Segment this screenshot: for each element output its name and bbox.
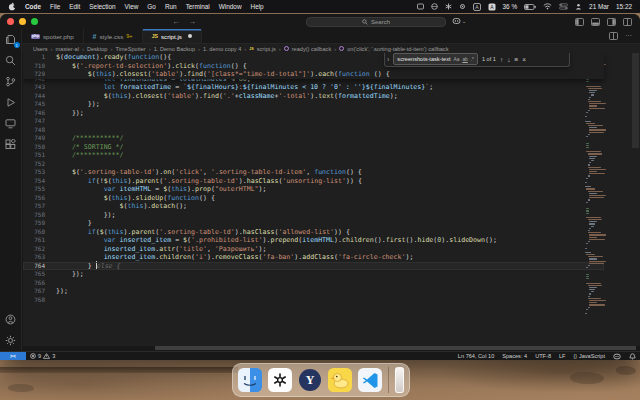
battery-icon[interactable] xyxy=(524,4,536,10)
line-number[interactable]: 729 xyxy=(23,70,56,79)
line-number[interactable]: 766 xyxy=(23,279,56,288)
code-line-751[interactable]: 751 /***********/ xyxy=(23,151,604,160)
keyboard-input-menu-extra-icon[interactable]: A xyxy=(473,3,481,11)
code-line-765[interactable]: 765 }); xyxy=(23,270,604,279)
code-line-746[interactable]: 746 }); xyxy=(23,109,604,118)
line-number[interactable]: 763 xyxy=(23,253,56,262)
settings-gear-icon[interactable] xyxy=(0,330,22,351)
code-line-767[interactable]: 767}); xyxy=(23,287,604,296)
tab-spotter-php[interactable]: phpspotter.php xyxy=(22,29,84,43)
breadcrumb-item[interactable]: on('click', '.sorting-table-td-item') ca… xyxy=(347,46,448,52)
menu-time[interactable]: 15:22 xyxy=(616,3,632,10)
wifi-icon[interactable] xyxy=(543,3,552,10)
menu-item-go[interactable]: Go xyxy=(147,3,156,10)
breadcrumb-item[interactable]: Desktop xyxy=(87,46,108,52)
code-line-756[interactable]: 756 $(this).slideUp(function() { xyxy=(23,194,604,203)
line-number[interactable]: 757 xyxy=(23,202,56,211)
line-number[interactable]: 746 xyxy=(23,109,56,118)
explorer-view-icon[interactable]: 1 xyxy=(0,29,22,50)
horizontal-scrollbar[interactable] xyxy=(155,346,636,350)
chatgpt-dock-icon[interactable] xyxy=(268,368,292,392)
remote-explorer-view-icon[interactable] xyxy=(0,113,22,134)
command-center-search[interactable]: Search xyxy=(306,17,446,27)
line-number[interactable]: 762 xyxy=(23,245,56,254)
customize-layout-icon[interactable] xyxy=(623,18,632,26)
code-line-760[interactable]: 760 if($(this).parent('.sorting-table-td… xyxy=(23,228,604,237)
cursor-position-status[interactable]: Ln 764, Col 10 xyxy=(454,353,498,359)
code-editor[interactable]: 742 let finalMinutes = totalMinutes % 60… xyxy=(23,53,640,346)
whole-word-icon[interactable]: ab xyxy=(462,57,467,62)
line-number[interactable]: 749 xyxy=(23,134,56,143)
menu-item-help[interactable]: Help xyxy=(251,3,264,10)
menu-item-terminal[interactable]: Terminal xyxy=(186,3,210,10)
line-number[interactable]: 1 xyxy=(23,53,56,62)
vscode-dock-icon[interactable] xyxy=(358,368,382,392)
regex-icon[interactable]: .* xyxy=(471,57,474,62)
settings-flower-menu-extra-icon[interactable] xyxy=(445,3,452,10)
menu-app-name[interactable]: Code xyxy=(25,3,41,10)
cyberduck-dock-icon[interactable] xyxy=(328,368,352,392)
tab-script-js[interactable]: JSscript.js xyxy=(143,29,202,43)
code-line-766[interactable]: 766 xyxy=(23,279,604,288)
code-line-749[interactable]: 749 /***********/ xyxy=(23,134,604,143)
toggle-primary-sidebar-icon[interactable] xyxy=(575,18,584,26)
gear-menu-extra-icon[interactable] xyxy=(459,3,466,10)
toggle-secondary-sidebar-icon[interactable] xyxy=(607,18,616,26)
vertical-scrollbar[interactable] xyxy=(632,53,639,148)
code-line-748[interactable]: 748 xyxy=(23,126,604,135)
problems-indicator[interactable]: 9 3 xyxy=(26,353,59,359)
code-line-763[interactable]: 763 inserted_item.children('i').removeCl… xyxy=(23,253,604,262)
menu-item-window[interactable]: Window xyxy=(219,3,242,10)
source-control-view-icon[interactable] xyxy=(0,71,22,92)
code-line-761[interactable]: 761 var inserted_item = $('.prohibited-l… xyxy=(23,236,604,245)
minimap[interactable] xyxy=(585,55,608,346)
y-browser-dock-icon[interactable]: Y xyxy=(298,368,322,392)
menu-item-file[interactable]: File xyxy=(50,3,60,10)
finder-dock-icon[interactable] xyxy=(238,368,262,392)
line-number[interactable]: 745 xyxy=(23,100,56,109)
copilot-menu-button[interactable]: ⌄ xyxy=(452,17,466,25)
trash-dock-icon[interactable] xyxy=(395,367,404,393)
line-number[interactable]: 748 xyxy=(23,126,56,135)
code-line-755[interactable]: 755 var itemHTML = $(this).prop("outerHT… xyxy=(23,185,604,194)
code-line-768[interactable]: 768 xyxy=(23,296,604,305)
encoding-status[interactable]: UTF-8 xyxy=(531,353,555,359)
menu-item-view[interactable]: View xyxy=(125,3,139,10)
code-line-750[interactable]: 750 /* SORTING */ xyxy=(23,143,604,152)
code-lines[interactable]: 742 let finalMinutes = totalMinutes % 60… xyxy=(23,75,604,305)
search-view-icon[interactable] xyxy=(0,50,22,71)
line-number[interactable]: 765 xyxy=(23,270,56,279)
split-editor-icon[interactable] xyxy=(609,32,618,40)
menu-item-edit[interactable]: Edit xyxy=(69,3,80,10)
breadcrumb-item[interactable]: ready() callback xyxy=(292,46,331,52)
code-line-743[interactable]: 743 let formattedTime = `${finalHours}:$… xyxy=(23,83,604,92)
control-center-icon[interactable] xyxy=(559,3,568,10)
code-line-744[interactable]: 744 $(this).closest('table').find('.'+cl… xyxy=(23,92,604,101)
code-line-747[interactable]: 747 xyxy=(23,117,604,126)
indentation-status[interactable]: Spaces: 4 xyxy=(498,353,531,359)
code-line-759[interactable]: 759 } xyxy=(23,219,604,228)
line-number[interactable]: 760 xyxy=(23,228,56,237)
line-number[interactable]: 751 xyxy=(23,151,56,160)
user-menu-icon[interactable] xyxy=(575,3,582,10)
line-number[interactable]: 755 xyxy=(23,185,56,194)
menu-item-selection[interactable]: Selection xyxy=(89,3,115,10)
globe-menu-extra-icon[interactable] xyxy=(431,3,438,10)
apple-menu-icon[interactable] xyxy=(8,2,16,11)
display-menu-extra-icon[interactable] xyxy=(417,3,424,10)
line-number[interactable]: 754 xyxy=(23,177,56,186)
code-line-757[interactable]: 757 $(this).detach(); xyxy=(23,202,604,211)
menu-item-run[interactable]: Run xyxy=(165,3,177,10)
line-number[interactable]: 743 xyxy=(23,83,56,92)
line-number[interactable]: 753 xyxy=(23,168,56,177)
more-actions-icon[interactable]: ⋯ xyxy=(625,32,632,40)
find-input[interactable]: screenshots-task-text Aa ab .* xyxy=(393,53,478,65)
run-debug-view-icon[interactable] xyxy=(0,92,22,113)
code-line-745[interactable]: 745 }); xyxy=(23,100,604,109)
forward-button[interactable]: → xyxy=(188,17,196,26)
breadcrumb-item[interactable]: TimeSpotter xyxy=(115,46,145,52)
line-number[interactable]: 764 xyxy=(23,262,56,271)
toggle-replace-chevron-icon[interactable]: › xyxy=(387,56,389,63)
remote-indicator[interactable]: >< xyxy=(0,352,26,360)
code-line-762[interactable]: 762 inserted_item.attr('title', 'Разреши… xyxy=(23,245,604,254)
